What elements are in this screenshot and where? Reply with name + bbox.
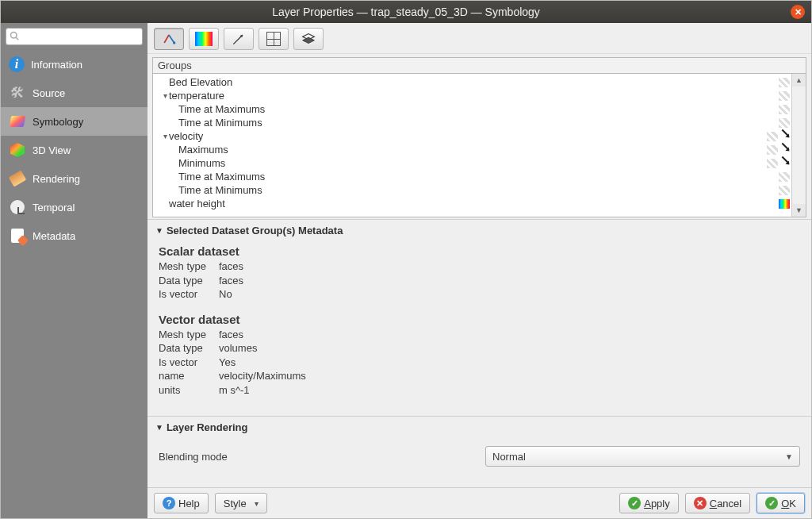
groups-panel: Bed Elevation ▾temperature Time at Maxim… (152, 73, 806, 217)
meta-row: Mesh typefaces (159, 328, 800, 342)
search-input[interactable] (21, 31, 139, 42)
scalar-toggle-icon[interactable] (767, 159, 778, 168)
chevron-down-icon: ▾ (255, 499, 259, 508)
active-scalar-icon[interactable] (779, 199, 790, 209)
tree-item[interactable]: Maximums (156, 143, 756, 156)
svg-point-2 (173, 41, 175, 44)
section-title: Layer Rendering (167, 421, 248, 433)
scalar-toggle-icon[interactable] (779, 172, 790, 182)
sidebar-item-rendering[interactable]: Rendering (1, 164, 147, 193)
sidebar-item-information[interactable]: i Information (1, 50, 147, 79)
cube-icon (9, 141, 26, 159)
vector-toggle-icon[interactable] (779, 159, 790, 168)
brush-icon (9, 113, 26, 130)
tree-item[interactable]: Time at Maximums (156, 170, 756, 183)
expander-icon[interactable]: ▾ (159, 91, 169, 100)
tree-scrollbar[interactable]: ▲ ▼ (791, 74, 806, 217)
sidebar-item-temporal[interactable]: Temporal (1, 193, 147, 221)
toolbar-vectors-button[interactable] (224, 28, 254, 50)
scroll-up-icon[interactable]: ▲ (792, 74, 806, 86)
tree-item[interactable]: Time at Maximums (156, 102, 756, 116)
info-icon: i (9, 56, 25, 72)
sidebar-item-symbology[interactable]: Symbology (1, 107, 147, 136)
tree-item[interactable]: water height (156, 197, 756, 210)
help-button[interactable]: ? Help (154, 493, 209, 513)
collapse-icon: ▼ (155, 226, 163, 235)
sidebar-item-3dview[interactable]: 3D View (1, 136, 147, 164)
svg-point-0 (11, 32, 17, 38)
metadata-icon (9, 227, 26, 244)
vector-toggle-icon[interactable] (779, 132, 790, 141)
collapse-icon: ▼ (155, 423, 163, 432)
sidebar-item-metadata[interactable]: Metadata (1, 221, 147, 250)
meta-row: Is vectorNo (159, 287, 800, 302)
window-title: Layer Properties — trap_steady_05_3D — S… (272, 6, 540, 18)
vector-heading: Vector dataset (159, 313, 800, 326)
titlebar: Layer Properties — trap_steady_05_3D — S… (1, 1, 811, 23)
scalar-toggle-icon[interactable] (779, 78, 790, 87)
layer-rendering-header[interactable]: ▼ Layer Rendering (147, 416, 811, 438)
vector-toggle-icon[interactable] (779, 145, 790, 155)
blending-mode-label: Blending mode (159, 451, 476, 463)
check-icon: ✓ (628, 497, 641, 509)
tree-item[interactable]: ▾velocity (156, 129, 756, 143)
cancel-icon: ✕ (694, 497, 707, 509)
sidebar-item-label: Rendering (33, 173, 80, 185)
scalar-toggle-icon[interactable] (767, 132, 778, 141)
blending-mode-select[interactable]: Normal ▼ (485, 446, 800, 467)
window-close-button[interactable]: ✕ (791, 5, 805, 19)
toolbar-contours-button[interactable] (189, 28, 219, 50)
section-title: Selected Dataset Group(s) Metadata (167, 225, 343, 236)
metadata-section-body: Scalar dataset Mesh typefaces Data typef… (147, 241, 811, 416)
symbology-toolbar (147, 23, 811, 54)
apply-button[interactable]: ✓ Apply (619, 493, 679, 513)
scalar-toggle-icon[interactable] (779, 186, 790, 195)
style-button[interactable]: Style ▾ (215, 493, 267, 513)
help-icon: ? (163, 497, 175, 509)
tree-item[interactable]: Minimums (156, 156, 756, 170)
meta-row: unitsm s^-1 (159, 383, 800, 398)
sidebar-item-source[interactable]: 🛠 Source (1, 79, 147, 107)
sidebar-item-label: Temporal (33, 202, 75, 213)
scalar-toggle-icon[interactable] (779, 118, 790, 128)
meta-row: Mesh typefaces (159, 260, 800, 274)
meta-row: namevelocity/Maximums (159, 369, 800, 383)
tree-item[interactable]: Time at Minimums (156, 183, 756, 197)
search-icon (10, 31, 19, 43)
check-icon: ✓ (765, 497, 778, 509)
wrench-icon: 🛠 (9, 84, 26, 102)
sidebar: i Information 🛠 Source Symbology 3D View… (1, 23, 147, 518)
meta-row: Is vectorYes (159, 356, 800, 370)
paint-icon (9, 170, 26, 187)
scalar-toggle-icon[interactable] (767, 145, 778, 155)
sidebar-item-label: Information (31, 59, 82, 71)
scalar-toggle-icon[interactable] (779, 105, 790, 114)
select-value: Normal (492, 451, 526, 463)
scalar-heading: Scalar dataset (159, 244, 800, 258)
toolbar-averaging-button[interactable] (293, 28, 324, 50)
metadata-section-header[interactable]: ▼ Selected Dataset Group(s) Metadata (147, 219, 811, 241)
tree-item[interactable]: Time at Minimums (156, 116, 756, 129)
sidebar-search[interactable] (6, 28, 143, 45)
layer-rendering-body: Blending mode Normal ▼ (147, 438, 811, 482)
dialog-button-bar: ? Help Style ▾ ✓ Apply ✕ Cancel ✓ OK (147, 487, 811, 518)
meta-row: Data typefaces (159, 274, 800, 288)
groups-header: Groups (152, 57, 806, 73)
tree-item[interactable]: Bed Elevation (156, 75, 756, 89)
cancel-button[interactable]: ✕ Cancel (685, 493, 750, 513)
meta-row: Data typevolumes (159, 341, 800, 356)
clock-icon (9, 198, 26, 216)
toolbar-mesh-button[interactable] (259, 28, 289, 50)
ok-button[interactable]: ✓ OK (756, 493, 805, 513)
sidebar-item-label: 3D View (33, 144, 71, 156)
tree-item[interactable]: ▾temperature (156, 89, 756, 102)
toolbar-general-button[interactable] (154, 28, 184, 50)
expander-icon[interactable]: ▾ (159, 132, 169, 140)
chevron-down-icon: ▼ (785, 452, 793, 461)
scroll-down-icon[interactable]: ▼ (792, 204, 806, 217)
sidebar-item-label: Source (33, 87, 65, 99)
group-swatches (760, 74, 791, 217)
scalar-toggle-icon[interactable] (779, 91, 790, 101)
groups-tree[interactable]: Bed Elevation ▾temperature Time at Maxim… (153, 74, 760, 217)
svg-line-1 (16, 37, 18, 40)
